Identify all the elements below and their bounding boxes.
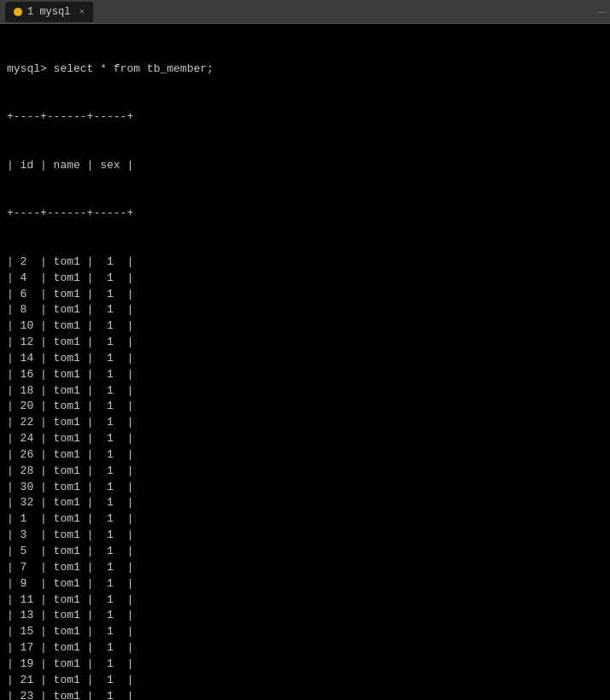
terminal-output: mysql> select * from tb_member; +----+--… xyxy=(0,24,610,700)
window-minimize[interactable]: — xyxy=(599,7,605,17)
sql-prompt: mysql> select * from tb_member; xyxy=(7,61,603,78)
table-row: | 16 | tom1 | 1 | xyxy=(7,367,603,383)
table-row: | 24 | tom1 | 1 | xyxy=(7,431,603,447)
table-row: | 6 | tom1 | 1 | xyxy=(7,287,603,303)
table-row: | 32 | tom1 | 1 | xyxy=(7,495,603,511)
table-row: | 1 | tom1 | 1 | xyxy=(7,511,603,528)
table-row: | 2 | tom1 | 1 | xyxy=(7,254,603,271)
table-row: | 9 | tom1 | 1 | xyxy=(7,576,603,592)
table-top-border: +----+------+-----+ xyxy=(7,109,603,125)
table-row: | 26 | tom1 | 1 | xyxy=(7,447,603,464)
table-row: | 20 | tom1 | 1 | xyxy=(7,399,603,415)
tab-label: 1 mysql xyxy=(27,6,70,18)
table-row: | 7 | tom1 | 1 | xyxy=(7,560,603,576)
table-row: | 15 | tom1 | 1 | xyxy=(7,624,603,640)
table-row: | 3 | tom1 | 1 | xyxy=(7,528,603,544)
table-row: | 14 | tom1 | 1 | xyxy=(7,351,603,367)
window-controls: — xyxy=(599,7,605,17)
table-rows: | 2 | tom1 | 1 || 4 | tom1 | 1 || 6 | to… xyxy=(7,254,603,700)
table-row: | 5 | tom1 | 1 | xyxy=(7,544,603,560)
table-row: | 23 | tom1 | 1 | xyxy=(7,689,603,700)
title-bar: 1 mysql × — xyxy=(0,0,610,24)
table-row: | 30 | tom1 | 1 | xyxy=(7,480,603,496)
tab-close-button[interactable]: × xyxy=(79,7,85,17)
table-row: | 12 | tom1 | 1 | xyxy=(7,335,603,351)
table-header-border: +----+------+-----+ xyxy=(7,206,603,222)
table-row: | 21 | tom1 | 1 | xyxy=(7,673,603,689)
table-row: | 13 | tom1 | 1 | xyxy=(7,608,603,624)
table-row: | 28 | tom1 | 1 | xyxy=(7,464,603,480)
table-row: | 4 | tom1 | 1 | xyxy=(7,271,603,287)
table-row: | 10 | tom1 | 1 | xyxy=(7,318,603,335)
table-row: | 22 | tom1 | 1 | xyxy=(7,415,603,431)
tab-status-dot xyxy=(14,8,22,16)
table-header: | id | name | sex | xyxy=(7,158,603,174)
mysql-tab[interactable]: 1 mysql × xyxy=(5,2,93,22)
table-row: | 19 | tom1 | 1 | xyxy=(7,656,603,673)
table-row: | 18 | tom1 | 1 | xyxy=(7,383,603,400)
table-row: | 17 | tom1 | 1 | xyxy=(7,640,603,656)
table-row: | 11 | tom1 | 1 | xyxy=(7,592,603,609)
table-row: | 8 | tom1 | 1 | xyxy=(7,302,603,318)
